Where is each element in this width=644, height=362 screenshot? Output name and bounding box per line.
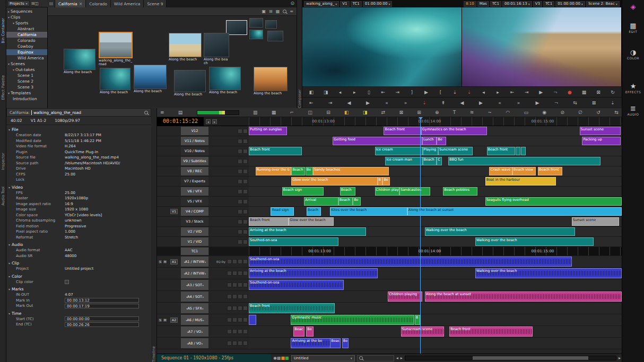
step-back-2-icon[interactable]: ◂ — [480, 89, 488, 96]
timeline-clip[interactable]: Beach — [423, 157, 437, 165]
toggle-panels-icon[interactable]: ◫ — [308, 108, 312, 117]
render-ranges-icon[interactable]: ▦ — [272, 108, 276, 117]
track-selector[interactable]: TC1 — [180, 247, 209, 255]
track-selector[interactable]: A4 / SOT — [180, 291, 209, 302]
timeline-clip[interactable]: Gymnastic music — [291, 315, 414, 325]
track-selector[interactable]: A2 / INTVW — [180, 268, 209, 279]
record-monitor[interactable] — [462, 7, 622, 86]
record-icon[interactable]: ● — [566, 89, 573, 96]
bin-clip[interactable]: Along the beach — [134, 65, 167, 93]
track-selector[interactable]: V3 / Stock — [180, 217, 209, 226]
track-button[interactable] — [227, 259, 232, 264]
empty-icon[interactable]: ∅ — [578, 108, 582, 117]
track-button[interactable] — [232, 294, 237, 299]
bin-tab-wild-america[interactable]: Wild America — [111, 0, 144, 7]
composer-strip[interactable]: Composer — [297, 0, 302, 108]
segment-insert-icon[interactable]: ◧ — [344, 108, 349, 117]
forward-icon[interactable]: ▶ — [364, 99, 372, 107]
timeline-clip[interactable]: Gymnastics on the beach — [421, 127, 487, 135]
rail-color[interactable]: ◑COLOR — [622, 49, 644, 60]
bin-tab-list-icon[interactable]: ▤ — [48, 0, 55, 7]
chevron-down-icon[interactable]: ▾ — [616, 2, 617, 6]
timeline-clip[interactable]: Beach front — [487, 147, 515, 155]
next-edit-icon[interactable]: » — [402, 99, 410, 107]
rail-effects[interactable]: ★EFFECTS — [622, 83, 644, 94]
timeline-clip[interactable]: Children playing — [388, 292, 422, 302]
track-button[interactable] — [227, 282, 232, 287]
timeline-clip[interactable]: Be — [306, 326, 314, 337]
track-button[interactable] — [238, 129, 242, 134]
monitor-chip-mas[interactable]: Mas — [477, 1, 489, 7]
timeline-clip[interactable]: Beach — [340, 187, 356, 196]
track-button[interactable] — [232, 259, 237, 264]
tc-next-icon[interactable]: ▸ — [212, 119, 217, 124]
timeline-clip[interactable]: Ice cream — [375, 147, 423, 155]
inspector-section-file[interactable]: ▾File — [6, 125, 151, 133]
timeline-clip[interactable]: Beac — [293, 326, 304, 337]
timeline-clip[interactable]: Southend-on-sea — [249, 280, 344, 290]
timeline-clip[interactable]: Sandcastles — [399, 187, 430, 196]
timeline-menu-icon[interactable]: ≡ — [160, 108, 164, 117]
track-button[interactable] — [243, 219, 248, 224]
fast-menu-icon[interactable]: ▤ — [178, 108, 183, 117]
timeline-clip[interactable]: Be — [306, 167, 313, 175]
step-back-icon[interactable]: ◂ — [336, 89, 344, 96]
track-selector[interactable]: A5 / SFX — [180, 303, 209, 314]
mark-clip-icon[interactable]: ▯ — [365, 89, 372, 96]
swap-icon[interactable]: ⇄ — [381, 108, 386, 117]
play-icon[interactable]: ▶ — [422, 89, 430, 96]
clip-color-checkbox[interactable] — [65, 280, 69, 284]
chevron-right-icon[interactable]: ▸ — [8, 8, 10, 14]
track-selector[interactable]: V11 / Notes — [180, 136, 209, 146]
chevron-down-icon[interactable]: ▾ — [335, 2, 337, 6]
monitor-chip-scene-2-beac[interactable]: Scene 2: Beac▾ — [586, 1, 620, 7]
timeline-clip[interactable]: Suncream scene — [438, 147, 473, 155]
mute-button[interactable]: M — [163, 318, 167, 322]
track-button[interactable] — [243, 240, 248, 244]
track-button[interactable] — [227, 294, 232, 299]
track-selector[interactable]: V2 / VID — [180, 227, 209, 236]
patch-indicator[interactable]: A2 — [170, 317, 178, 323]
marker-red-icon[interactable]: ⇣ — [466, 89, 473, 96]
track-button[interactable] — [243, 294, 248, 299]
disable-icon[interactable]: ⊘ — [560, 108, 564, 117]
track-button[interactable] — [243, 306, 248, 311]
tree-item-colorado[interactable]: Colorado — [6, 38, 47, 43]
timeline-clip[interactable]: Beach front — [249, 217, 289, 226]
track-button[interactable] — [243, 169, 248, 174]
timeline-clip[interactable]: Getting food — [333, 137, 422, 145]
bin-clip[interactable]: Along the beach — [174, 70, 206, 96]
mark-2-icon[interactable]: ¬ — [552, 89, 559, 96]
timeline-clip[interactable]: Walking over the beach — [475, 268, 622, 278]
bin-clip[interactable] — [265, 20, 277, 29]
tree-item-cowboy[interactable]: Cowboy — [6, 43, 47, 49]
step-forward-2-icon[interactable]: ▸ — [494, 89, 502, 96]
timeline-clip[interactable]: Crash wave — [489, 167, 512, 175]
video-quality-icon[interactable]: ▥ — [253, 108, 258, 117]
track-button[interactable] — [238, 329, 242, 334]
track-button[interactable] — [238, 169, 242, 174]
chevron-down-icon[interactable]: ▾ — [8, 275, 10, 278]
tree-item-scene-1[interactable]: Scene 1 — [6, 73, 47, 78]
text-tool-icon[interactable]: T — [453, 108, 456, 117]
marker-orange-icon[interactable]: ⇣ — [451, 89, 458, 96]
monitor-chip-v3[interactable]: V3 — [533, 1, 542, 7]
close-2-icon[interactable]: ⊠ — [595, 89, 602, 96]
preset-select[interactable]: Untitled ▾ — [291, 355, 355, 361]
timeline-clip[interactable]: Road sign — [271, 207, 294, 216]
search-icon[interactable] — [283, 10, 286, 13]
track-selector[interactable]: V9 / Subtitles — [180, 156, 209, 166]
chevron-down-icon[interactable]: ▾ — [528, 2, 530, 6]
timeline-clip[interactable]: C — [437, 157, 442, 165]
timeline-clip[interactable]: B — [415, 315, 421, 325]
bin-clip[interactable] — [249, 30, 263, 39]
timeline-clip[interactable]: Kites over the beach — [330, 207, 407, 216]
tc-prev-icon[interactable]: ◂ — [206, 119, 211, 124]
track-button[interactable] — [238, 317, 242, 322]
scroll-left-button[interactable]: ◂ — [396, 356, 398, 360]
timeline-clip[interactable]: Arriving at the beach — [249, 268, 378, 278]
timeline-clip[interactable]: Arrival — [304, 197, 338, 206]
monitor-chip-01-00-00-00[interactable]: 01:00:00:00▾ — [363, 1, 393, 7]
monitor-chip-v1[interactable]: V1 — [340, 1, 349, 7]
lift-up-icon[interactable]: ⇞ — [440, 99, 447, 107]
